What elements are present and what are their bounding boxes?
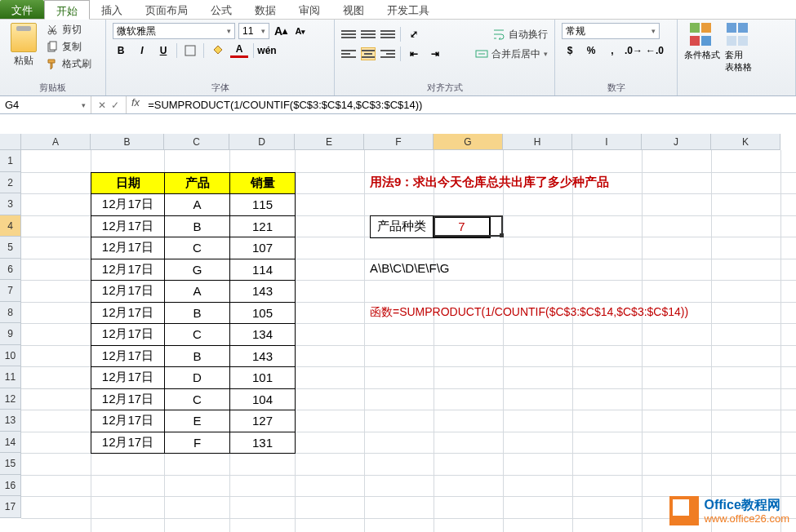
col-header-B[interactable]: B	[91, 134, 164, 150]
merge-icon	[475, 47, 488, 60]
col-header-J[interactable]: J	[642, 134, 711, 150]
border-button[interactable]	[182, 42, 198, 59]
tab-formula[interactable]: 公式	[199, 0, 243, 19]
font-color-button[interactable]: A	[230, 43, 248, 58]
tab-view[interactable]: 视图	[331, 0, 376, 19]
bold-button[interactable]: B	[113, 42, 129, 59]
row-header-15[interactable]: 15	[0, 453, 21, 475]
align-middle-button[interactable]	[361, 28, 376, 41]
tab-review[interactable]: 审阅	[287, 0, 331, 19]
cancel-formula-button[interactable]: ✕	[98, 100, 106, 111]
data-table[interactable]: 日期产品销量12月17日A11512月17日B12112月17日C10712月1…	[91, 172, 296, 454]
paste-button[interactable]: 粘贴	[7, 23, 41, 68]
ribbon-body: 粘贴 剪切 复制 格式刷 剪贴板 微软雅黑▾ 11▾ A▴ A▾ B I U	[0, 20, 796, 96]
comma-button[interactable]: ,	[604, 42, 620, 59]
row-header-1[interactable]: 1	[0, 150, 21, 172]
percent-button[interactable]: %	[583, 42, 599, 59]
table-row[interactable]: 12月17日E127	[91, 410, 296, 432]
col-header-K[interactable]: K	[711, 134, 780, 150]
col-header-A[interactable]: A	[21, 134, 91, 150]
conditional-format-button[interactable]: 条件格式	[684, 23, 720, 61]
copy-button[interactable]: 复制	[46, 40, 91, 54]
format-as-table-button[interactable]: 套用 表格格	[725, 23, 752, 73]
tab-insert[interactable]: 插入	[90, 0, 134, 19]
italic-button[interactable]: I	[134, 42, 150, 59]
confirm-formula-button[interactable]: ✓	[111, 100, 119, 111]
tab-file[interactable]: 文件	[0, 0, 44, 19]
wrap-text-button[interactable]: 自动换行	[492, 28, 548, 42]
group-number: 常规▾ $ % , .0→ ←.0 数字	[555, 20, 678, 95]
col-header-G[interactable]: G	[434, 134, 503, 150]
col-header-I[interactable]: I	[572, 134, 642, 150]
indent-dec-button[interactable]: ⇤	[406, 46, 422, 62]
name-box[interactable]: G4▾	[0, 96, 91, 113]
underline-button[interactable]: U	[155, 42, 171, 59]
tab-layout[interactable]: 页面布局	[134, 0, 199, 19]
table-row[interactable]: 12月17日C134	[91, 324, 296, 346]
font-size-combo[interactable]: 11▾	[238, 23, 269, 39]
row-header-10[interactable]: 10	[0, 345, 21, 367]
shrink-font-button[interactable]: A▾	[292, 23, 309, 39]
fill-color-button[interactable]	[209, 42, 225, 59]
col-header-C[interactable]: C	[164, 134, 229, 150]
col-header-D[interactable]: D	[229, 134, 295, 150]
row-header-9[interactable]: 9	[0, 323, 21, 345]
table-row[interactable]: 12月17日B121	[91, 215, 296, 237]
formula-input[interactable]: =SUMPRODUCT(1/COUNTIF($C$3:$C$14,$C$3:$C…	[145, 96, 796, 113]
number-format-combo[interactable]: 常规▾	[562, 23, 660, 39]
copy-icon	[46, 41, 59, 54]
row-header-7[interactable]: 7	[0, 280, 21, 302]
currency-button[interactable]: $	[562, 42, 578, 59]
table-header[interactable]: 日期	[91, 172, 165, 194]
row-header-13[interactable]: 13	[0, 410, 21, 432]
fx-icon[interactable]: fx	[127, 96, 145, 113]
col-header-H[interactable]: H	[503, 134, 572, 150]
col-header-F[interactable]: F	[364, 134, 434, 150]
select-all-corner[interactable]	[0, 134, 21, 150]
tab-dev[interactable]: 开发工具	[376, 0, 441, 19]
font-name-combo[interactable]: 微软雅黑▾	[113, 23, 235, 39]
row-header-6[interactable]: 6	[0, 259, 21, 281]
row-header-8[interactable]: 8	[0, 302, 21, 324]
cut-button[interactable]: 剪切	[46, 23, 91, 37]
row-header-4[interactable]: 4	[0, 215, 21, 237]
phonetic-button[interactable]: wén	[259, 42, 275, 59]
table-header[interactable]: 销量	[230, 172, 296, 194]
grow-font-button[interactable]: A▴	[273, 23, 289, 39]
table-row[interactable]: 12月17日C104	[91, 388, 296, 410]
col-header-E[interactable]: E	[295, 134, 364, 150]
watermark-url: www.office26.com	[704, 512, 789, 525]
table-row[interactable]: 12月17日C107	[91, 237, 296, 259]
merge-center-button[interactable]: 合并后居中▾	[475, 47, 548, 61]
row-header-16[interactable]: 16	[0, 475, 21, 497]
orientation-button[interactable]: ⤢	[406, 26, 422, 42]
row-header-3[interactable]: 3	[0, 193, 21, 215]
group-clipboard: 粘贴 剪切 复制 格式刷 剪贴板	[0, 20, 106, 95]
indent-inc-button[interactable]: ⇥	[427, 46, 443, 62]
align-top-button[interactable]	[341, 28, 356, 41]
table-row[interactable]: 12月17日A115	[91, 194, 296, 216]
tab-home[interactable]: 开始	[44, 0, 90, 20]
align-bottom-button[interactable]	[380, 28, 395, 41]
row-header-17[interactable]: 17	[0, 496, 21, 518]
row-header-2[interactable]: 2	[0, 172, 21, 194]
row-header-5[interactable]: 5	[0, 237, 21, 259]
row-header-12[interactable]: 12	[0, 388, 21, 410]
tab-data[interactable]: 数据	[243, 0, 287, 19]
dec-decimal-button[interactable]: ←.0	[647, 42, 663, 59]
table-row[interactable]: 12月17日B143	[91, 345, 296, 367]
table-row[interactable]: 12月17日D101	[91, 367, 296, 389]
format-painter-button[interactable]: 格式刷	[46, 57, 91, 71]
watermark: Office教程网 www.office26.com	[669, 496, 789, 525]
align-left-button[interactable]	[341, 47, 356, 60]
inc-decimal-button[interactable]: .0→	[625, 42, 642, 59]
row-header-14[interactable]: 14	[0, 432, 21, 454]
table-row[interactable]: 12月17日A143	[91, 281, 296, 303]
align-right-button[interactable]	[380, 47, 395, 60]
table-row[interactable]: 12月17日F131	[91, 432, 296, 454]
table-row[interactable]: 12月17日B105	[91, 302, 296, 324]
table-header[interactable]: 产品	[165, 172, 230, 194]
row-header-11[interactable]: 11	[0, 366, 21, 388]
align-center-button[interactable]	[361, 47, 376, 60]
table-row[interactable]: 12月17日G114	[91, 259, 296, 281]
